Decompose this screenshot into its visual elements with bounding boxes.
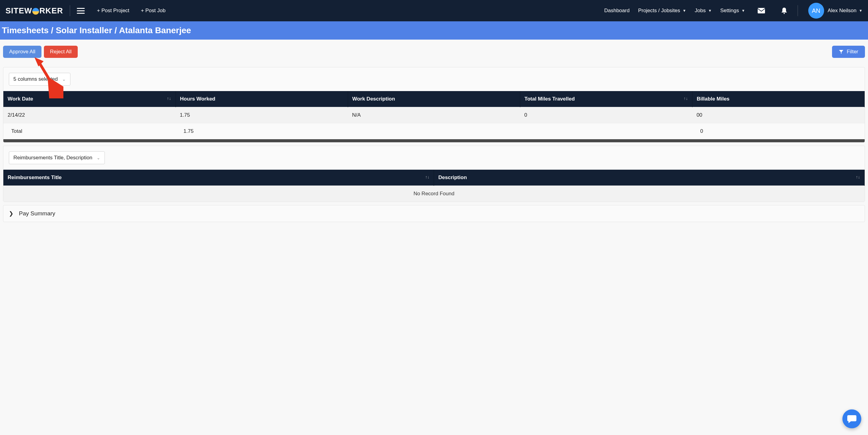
scrollbar-track[interactable] [3,139,865,142]
sort-icon: ↑↓ [684,96,688,101]
cell-hours: 1.75 [176,107,348,123]
table-total-row: Total 1.75 0 [3,123,865,139]
action-row: Approve All Reject All Filter [0,40,868,64]
bell-icon[interactable] [777,7,791,14]
empty-row: No Record Found [3,186,865,202]
post-job-link[interactable]: + Post Job [141,8,165,14]
sort-icon: ↑↓ [856,174,860,179]
col-reimb-title-label: Reimbursements Title [8,174,62,180]
cell-billable: 00 [692,107,864,123]
chevron-down-icon: ▼ [742,8,745,13]
chevron-right-icon: ❯ [9,210,13,217]
chevron-down-icon: ▼ [859,8,863,13]
filter-button[interactable]: Filter [832,46,865,58]
avatar[interactable]: AN [808,3,824,19]
reimbursements-table: Reimbursements Title ↑↓ Description ↑↓ N… [3,170,865,202]
approve-all-button[interactable]: Approve All [3,46,41,58]
svg-point-1 [783,13,785,14]
projects-dropdown[interactable]: Projects / Jobsites ▼ [638,8,686,14]
total-billable: 0 [692,123,864,139]
pay-summary-label: Pay Summary [19,210,55,217]
svg-rect-0 [758,8,765,13]
nav-links-left: + Post Project + Post Job [97,8,165,14]
logo-o-icon [32,8,39,14]
logo-text-prefix: SITEW [5,6,32,15]
columns-selector[interactable]: 5 columns selected ⌄ [9,73,70,86]
projects-label: Projects / Jobsites [638,8,680,14]
col-reimb-title[interactable]: Reimbursements Title ↑↓ [3,170,434,186]
dashboard-link[interactable]: Dashboard [604,8,629,14]
settings-label: Settings [720,8,739,14]
reimbursements-panel: Reimbursements Title, Description ⌄ Reim… [3,145,865,202]
col-work-date[interactable]: Work Date ↑↓ [3,91,176,107]
cell-date: 2/14/22 [3,107,176,123]
settings-dropdown[interactable]: Settings ▼ [720,8,745,14]
reimbursements-selector[interactable]: Reimbursements Title, Description ⌄ [9,152,105,164]
filter-label: Filter [847,49,858,55]
filter-icon [839,49,844,54]
logo[interactable]: SITEW RKER [5,6,63,15]
chevron-down-icon: ⌄ [62,77,66,81]
cell-desc: N/A [348,107,520,123]
nav-links-right: Dashboard Projects / Jobsites ▼ Jobs ▼ S… [604,7,790,14]
timesheet-panel: 5 columns selected ⌄ Work Date ↑↓ Hours … [3,67,865,142]
columns-selector-label: 5 columns selected [13,76,58,82]
col-reimb-description-label: Description [438,174,467,180]
post-project-link[interactable]: + Post Project [97,8,129,14]
reimbursements-selector-label: Reimbursements Title, Description [13,155,92,161]
col-reimb-description[interactable]: Description ↑↓ [434,170,865,186]
col-work-description[interactable]: Work Description [348,91,520,107]
timesheet-table: Work Date ↑↓ Hours Worked Work Descripti… [3,91,865,139]
cell-miles: 0 [520,107,692,123]
col-billable-miles[interactable]: Billable Miles [692,91,864,107]
logo-text-suffix: RKER [39,6,63,15]
no-record-label: No Record Found [3,186,865,202]
col-total-miles[interactable]: Total Miles Travelled ↑↓ [520,91,692,107]
col-work-date-label: Work Date [8,96,33,102]
user-menu[interactable]: Alex Neilson ▼ [828,8,863,14]
jobs-dropdown[interactable]: Jobs ▼ [694,8,712,14]
col-hours-worked[interactable]: Hours Worked [176,91,348,107]
user-name-label: Alex Neilson [828,8,857,14]
pay-summary-toggle[interactable]: ❯ Pay Summary [3,205,865,222]
chevron-down-icon: ⌄ [97,155,100,160]
menu-icon[interactable] [77,8,85,14]
divider [798,5,798,16]
sort-icon: ↑↓ [425,174,429,179]
reject-all-button[interactable]: Reject All [44,46,78,58]
top-nav: SITEW RKER + Post Project + Post Job Das… [0,0,868,21]
chevron-down-icon: ▼ [683,8,686,13]
chevron-down-icon: ▼ [708,8,712,13]
breadcrumb: Timesheets / Solar Installer / Atalanta … [0,21,868,40]
jobs-label: Jobs [694,8,706,14]
col-total-miles-label: Total Miles Travelled [525,96,575,102]
total-hours: 1.75 [176,123,348,139]
divider [70,5,70,16]
sort-icon: ↑↓ [167,96,171,101]
table-row: 2/14/22 1.75 N/A 0 00 [3,107,865,123]
total-label: Total [3,123,176,139]
mail-icon[interactable] [754,8,769,14]
